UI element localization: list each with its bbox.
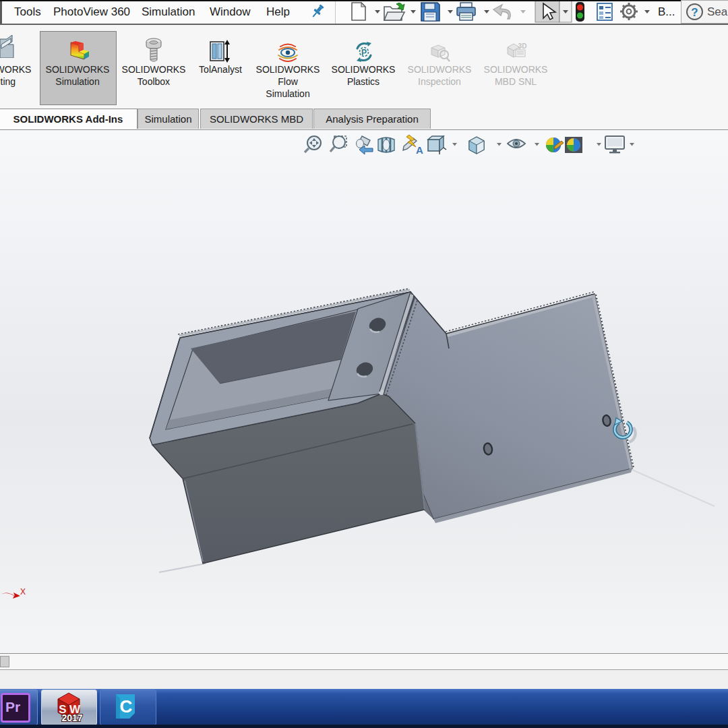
svg-text:A: A (416, 144, 423, 156)
svg-text:B...: B... (658, 5, 675, 18)
svg-text:?: ? (691, 6, 698, 19)
svg-text:C: C (120, 696, 133, 717)
svg-text:3D: 3D (518, 42, 527, 50)
svg-text:P: P (361, 48, 367, 57)
svg-text:2017: 2017 (61, 712, 82, 722)
svg-text:X: X (20, 587, 26, 597)
